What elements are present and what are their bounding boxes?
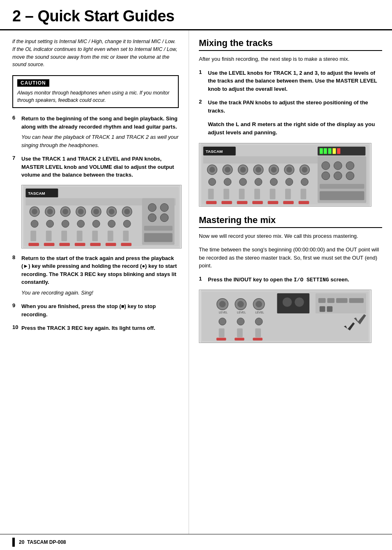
- item-italic-6: You can hear the playback of TRACK 1 and…: [21, 133, 179, 149]
- svg-point-55: [225, 167, 231, 173]
- svg-point-69: [255, 178, 262, 185]
- io-setting-label: I/O SETTING: [294, 277, 329, 283]
- svg-rect-110: [277, 293, 309, 313]
- caution-title: CAUTION: [17, 79, 49, 87]
- svg-text:LEVEL: LEVEL: [237, 311, 246, 314]
- svg-rect-44: [90, 243, 101, 246]
- svg-rect-93: [332, 148, 336, 154]
- right-item-bold-1: Use the LEVEL knobs for TRACK 1, 2 and 3…: [208, 69, 382, 93]
- right-s2-content-1: Press the IN/OUT key to open the I/O SET…: [208, 276, 382, 284]
- svg-point-63: [286, 167, 292, 173]
- svg-rect-43: [75, 243, 85, 246]
- svg-rect-76: [254, 189, 260, 199]
- svg-point-86: [346, 172, 354, 180]
- footer-page-num: 20: [19, 539, 24, 545]
- svg-rect-42: [59, 243, 70, 246]
- svg-rect-26: [30, 230, 36, 241]
- footer-product: TASCAM DP-008: [27, 539, 66, 545]
- svg-point-34: [148, 203, 157, 212]
- svg-point-66: [208, 178, 216, 185]
- svg-point-18: [124, 209, 130, 214]
- svg-rect-96: [221, 201, 232, 204]
- item-bold-10: Press the TRACK 3 REC key again. Its lig…: [21, 324, 179, 332]
- item-bold-6: Return to the beginning of the song and …: [21, 115, 179, 131]
- left-column: if the input setting is Internal MIC / H…: [0, 30, 189, 534]
- svg-rect-45: [106, 243, 116, 246]
- page-footer: 20 TASCAM DP-008: [0, 534, 392, 550]
- right-item-content-2: Use the track PAN knobs to adjust the st…: [208, 99, 382, 115]
- svg-rect-32: [123, 230, 129, 241]
- svg-rect-118: [320, 306, 325, 312]
- item-content-7: Use the TRACK 1 and TRACK 2 LEVEL and PA…: [21, 155, 179, 179]
- svg-rect-100: [283, 201, 294, 204]
- right-s2-bold-1: Press the IN/OUT key to open the I/O SET…: [208, 276, 382, 284]
- svg-point-21: [62, 220, 69, 227]
- svg-rect-40: [28, 243, 39, 246]
- inout-label: IN/OUT: [233, 276, 251, 283]
- svg-point-81: [322, 161, 330, 170]
- list-item-10: 10 Press the TRACK 3 REC key again. Its …: [12, 324, 179, 332]
- svg-point-24: [108, 220, 115, 227]
- item-num-8: 8: [12, 254, 21, 260]
- svg-point-105: [219, 301, 226, 308]
- svg-point-83: [346, 161, 354, 170]
- svg-point-85: [334, 172, 342, 180]
- svg-point-109: [256, 301, 262, 308]
- svg-rect-73: [208, 189, 214, 199]
- right-item-bold-2: Use the track PAN knobs to adjust the st…: [208, 99, 382, 115]
- svg-rect-27: [46, 230, 52, 241]
- list-item-7: 7 Use the TRACK 1 and TRACK 2 LEVEL and …: [12, 155, 179, 179]
- svg-rect-31: [108, 230, 113, 241]
- item-content-8: Return to the start of the track again a…: [21, 254, 179, 297]
- item-bold-8: Return to the start of the track again a…: [21, 254, 179, 286]
- item-content-10: Press the TRACK 3 REC key again. Its lig…: [21, 324, 179, 332]
- right-item-num-1: 1: [199, 69, 208, 93]
- svg-point-23: [92, 220, 100, 227]
- svg-point-36: [148, 214, 157, 222]
- svg-point-10: [62, 209, 68, 214]
- svg-rect-79: [301, 189, 307, 199]
- svg-point-126: [255, 318, 263, 325]
- caution-box: CAUTION Always monitor through headphone…: [12, 75, 179, 108]
- device-image-left: TASCAM: [21, 185, 182, 249]
- svg-point-72: [301, 178, 308, 185]
- item-num-7: 7: [12, 155, 21, 161]
- svg-point-16: [109, 209, 115, 214]
- svg-rect-94: [337, 148, 340, 154]
- svg-point-71: [286, 178, 293, 185]
- svg-point-82: [334, 161, 342, 170]
- svg-rect-128: [237, 329, 243, 338]
- svg-point-35: [160, 203, 168, 212]
- svg-rect-97: [237, 201, 248, 204]
- svg-point-84: [322, 172, 330, 180]
- svg-point-37: [160, 214, 168, 222]
- item-content-6: Return to the beginning of the song and …: [21, 115, 179, 149]
- right-column: Mixing the tracks After you finish recor…: [189, 30, 392, 534]
- svg-point-25: [123, 220, 131, 227]
- svg-point-12: [78, 209, 84, 214]
- svg-rect-115: [327, 298, 334, 303]
- svg-point-61: [271, 167, 277, 173]
- svg-point-112: [295, 297, 304, 307]
- svg-rect-41: [44, 243, 55, 246]
- svg-rect-95: [206, 201, 217, 204]
- svg-point-53: [209, 167, 215, 173]
- right-list-item-1: 1 Use the LEVEL knobs for TRACK 1, 2 and…: [199, 69, 382, 93]
- svg-rect-28: [61, 230, 67, 241]
- svg-point-107: [238, 301, 244, 308]
- svg-rect-39: [144, 233, 173, 242]
- svg-rect-38: [144, 226, 173, 230]
- caution-text: Always monitor through headphones when u…: [17, 89, 174, 104]
- right-item-content-1: Use the LEVEL knobs for TRACK 1, 2 and 3…: [208, 69, 382, 93]
- item-content-9: When you are finished, press the stop (■…: [21, 302, 179, 318]
- note-bold: Watch the L and R meters at the right si…: [208, 120, 382, 137]
- svg-rect-78: [285, 189, 291, 199]
- device-image-right: TASCAM: [199, 143, 371, 207]
- svg-point-65: [302, 167, 307, 173]
- right-list-item-2: 2 Use the track PAN knobs to adjust the …: [199, 99, 382, 115]
- page: 2 – Quick Start Guides if the input sett…: [0, 0, 392, 550]
- page-title: 2 – Quick Start Guides: [12, 7, 380, 25]
- svg-point-125: [237, 318, 244, 325]
- svg-point-8: [47, 209, 53, 214]
- svg-rect-46: [121, 243, 131, 246]
